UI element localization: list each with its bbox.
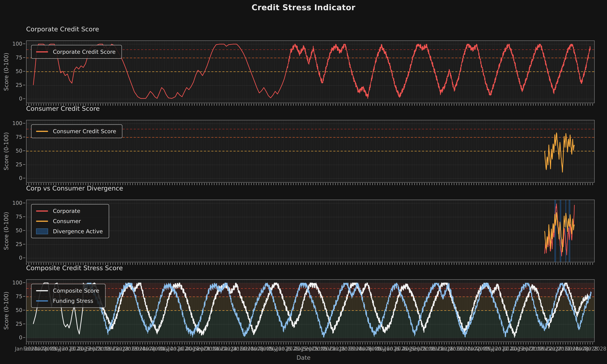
legend-item-label: Composite Score: [53, 287, 99, 294]
y-tick-label: 0: [7, 335, 22, 340]
y-tick-mark: [23, 137, 25, 137]
y-tick-mark: [23, 57, 25, 58]
y-tick-mark: [23, 216, 25, 217]
legend-item: Composite Score: [36, 287, 99, 294]
y-tick-label: 75: [7, 134, 22, 140]
legend-item: Corporate Credit Score: [36, 49, 116, 55]
legend-item: Divergence Active: [36, 228, 103, 234]
subplot-title-corporate: Corporate Credit Score: [26, 26, 99, 33]
y-tick-label: 75: [7, 214, 22, 220]
y-tick-mark: [23, 85, 25, 85]
page-title: Credit Stress Indicator: [0, 3, 607, 12]
y-tick-mark: [23, 324, 25, 324]
y-tick-label: 50: [7, 307, 22, 313]
y-tick-label: 25: [7, 161, 22, 168]
y-tick-mark: [23, 258, 25, 258]
x-tick-marks: [26, 104, 595, 106]
legend-item-label: Divergence Active: [53, 228, 103, 234]
y-tick-label: 100: [7, 280, 22, 286]
y-tick-mark: [23, 151, 25, 151]
x-tick-marks: [26, 183, 595, 185]
series-line-funding-stress: [85, 283, 592, 337]
y-tick-mark: [23, 282, 25, 283]
y-tick-label: 50: [7, 148, 22, 154]
x-axis-label: Date: [0, 354, 607, 361]
y-tick-label: 0: [7, 175, 22, 181]
legend-swatch-line: [36, 210, 48, 212]
legend-swatch-line: [36, 221, 48, 222]
credit-stress-dashboard: Credit Stress Indicator Corporate Credit…: [0, 0, 607, 364]
y-tick-label: 100: [7, 200, 22, 206]
y-tick-mark: [23, 71, 25, 72]
y-tick-label: 0: [7, 96, 22, 102]
y-tick-label: 100: [7, 120, 22, 126]
legend-item-label: Consumer: [53, 218, 81, 224]
legend-item-label: Corporate Credit Score: [53, 49, 116, 55]
legend-swatch-line: [36, 300, 48, 301]
y-tick-label: 0: [7, 255, 22, 261]
subplot-title-consumer: Consumer Credit Score: [26, 105, 100, 112]
plot-area-composite: Composite ScoreFunding Stress: [26, 279, 595, 342]
plot-area-consumer: Consumer Credit Score: [26, 120, 595, 182]
y-tick-label: 50: [7, 68, 22, 74]
x-tick-marks: [26, 263, 595, 265]
legend-item: Funding Stress: [36, 298, 99, 304]
y-tick-label: 75: [7, 293, 22, 299]
legend-swatch-patch: [36, 228, 48, 234]
legend-swatch-line: [36, 131, 48, 132]
chart-canvas: [27, 280, 594, 342]
subplot-title-divergence: Corp vs Consumer Divergence: [26, 185, 123, 192]
legend: Composite ScoreFunding Stress: [31, 284, 106, 308]
y-tick-mark: [23, 98, 25, 99]
y-tick-mark: [23, 244, 25, 245]
chart-canvas: [27, 200, 594, 262]
y-tick-mark: [23, 337, 25, 338]
y-tick-label: 100: [7, 41, 22, 47]
legend-item-label: Consumer Credit Score: [53, 128, 116, 134]
legend: Consumer Credit Score: [31, 124, 122, 138]
y-tick-mark: [23, 123, 25, 123]
series-line-consumer-credit-score: [545, 133, 574, 172]
y-tick-mark: [23, 310, 25, 310]
x-tick-label: Apr 2028: [583, 346, 606, 352]
y-tick-mark: [23, 203, 25, 203]
y-tick-label: 75: [7, 54, 22, 61]
legend-swatch-line: [36, 290, 48, 291]
legend-item: Consumer: [36, 218, 103, 224]
plot-area-corporate: Corporate Credit Score: [26, 40, 595, 103]
y-tick-label: 25: [7, 241, 22, 247]
plot-area-divergence: CorporateConsumerDivergence Active: [26, 200, 595, 262]
legend-item: Corporate: [36, 208, 103, 214]
y-tick-label: 25: [7, 321, 22, 327]
y-tick-label: 25: [7, 82, 22, 88]
y-tick-mark: [23, 230, 25, 231]
subplot-title-composite: Composite Credit Stress Score: [26, 264, 123, 272]
y-tick-mark: [23, 296, 25, 297]
legend-item: Consumer Credit Score: [36, 128, 116, 134]
legend-item-label: Funding Stress: [53, 298, 93, 304]
y-tick-mark: [23, 164, 25, 165]
y-tick-mark: [23, 44, 25, 44]
legend: CorporateConsumerDivergence Active: [31, 204, 109, 238]
legend: Corporate Credit Score: [31, 45, 122, 59]
y-tick-label: 50: [7, 227, 22, 234]
y-tick-mark: [23, 178, 25, 178]
legend-item-label: Corporate: [53, 208, 80, 214]
series-line-composite-score: [33, 283, 589, 337]
x-tick-marks: [26, 342, 595, 345]
legend-swatch-line: [36, 51, 48, 52]
x-axis-tick-labels: Jan 2023Feb 2023Mar 2023Apr 2023May 2023…: [26, 346, 595, 353]
